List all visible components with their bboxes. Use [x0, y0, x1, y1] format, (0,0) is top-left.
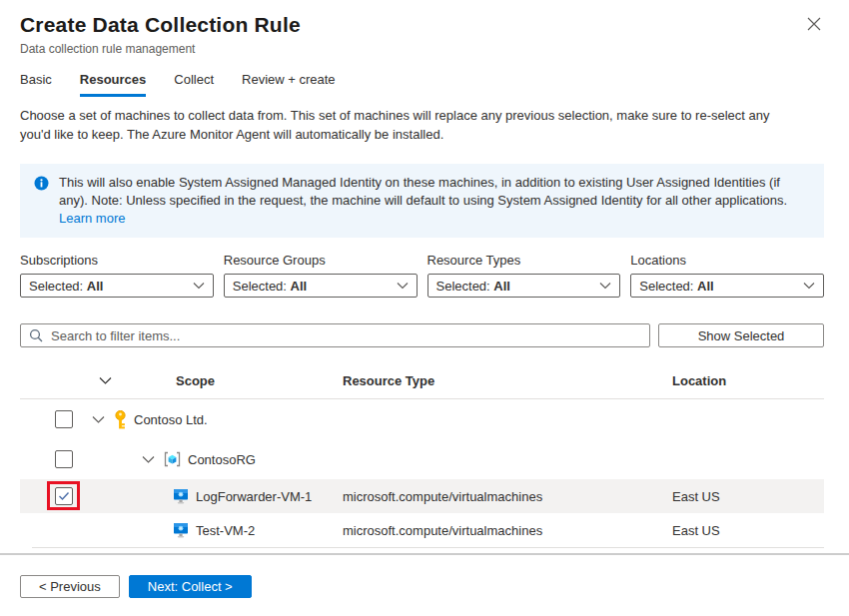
search-box[interactable]: [20, 323, 650, 347]
subscriptions-dropdown[interactable]: Selected: All: [20, 274, 214, 298]
row-resource-type: microsoft.compute/virtualmachines: [343, 489, 672, 504]
tab-resources[interactable]: Resources: [80, 72, 146, 97]
subscription-key-icon: [114, 410, 127, 429]
location-column-header: Location: [672, 373, 824, 388]
subscriptions-filter-label: Subscriptions: [20, 253, 214, 268]
locations-filter-label: Locations: [630, 253, 824, 268]
page-subtitle: Data collection rule management: [20, 42, 824, 56]
page-title: Create Data Collection Rule: [20, 13, 824, 37]
scope-column-header: Scope: [176, 373, 215, 388]
show-selected-button[interactable]: Show Selected: [658, 323, 824, 347]
tab-bar: Basic Resources Collect Review + create: [0, 72, 849, 97]
filter-row: Subscriptions Selected: All Resource Gro…: [0, 253, 849, 298]
search-row: Show Selected: [0, 323, 849, 347]
select-all-chevron-icon[interactable]: [99, 376, 112, 385]
row-label: Contoso Ltd.: [134, 412, 208, 427]
chevron-down-icon: [599, 282, 611, 290]
dialog-footer: < Previous Next: Collect >: [0, 575, 849, 598]
locations-dropdown[interactable]: Selected: All: [630, 274, 824, 298]
row-location: East US: [672, 523, 824, 538]
resource-types-dropdown[interactable]: Selected: All: [427, 274, 621, 298]
table-row-vm-test[interactable]: Test-VM-2 microsoft.compute/virtualmachi…: [20, 513, 824, 547]
tab-description: Choose a set of machines to collect data…: [0, 106, 811, 144]
row-checkbox[interactable]: [55, 410, 73, 428]
checkmark-icon: [58, 491, 70, 501]
resource-type-column-header: Resource Type: [343, 373, 672, 388]
row-checkbox[interactable]: [55, 450, 73, 468]
tab-review-create[interactable]: Review + create: [242, 72, 336, 97]
table-row-subscription[interactable]: Contoso Ltd.: [20, 399, 824, 439]
resource-groups-filter-label: Resource Groups: [224, 253, 418, 268]
row-location: East US: [672, 489, 824, 504]
chevron-down-icon[interactable]: [142, 455, 155, 464]
create-data-collection-rule-dialog: Create Data Collection Rule Data collect…: [0, 0, 849, 616]
info-banner: This will also enable System Assigned Ma…: [20, 164, 824, 238]
close-icon: [807, 17, 821, 31]
tab-basic[interactable]: Basic: [20, 72, 52, 97]
row-label: Test-VM-2: [196, 523, 255, 538]
table-bottom-border: [32, 547, 824, 548]
virtual-machine-icon: [173, 522, 189, 538]
virtual-machine-icon: [173, 488, 189, 504]
chevron-down-icon: [803, 282, 815, 290]
search-input[interactable]: [51, 328, 641, 343]
resources-table: Scope Resource Type Location Contoso Ltd…: [0, 363, 849, 548]
resource-types-filter-label: Resource Types: [427, 253, 621, 268]
chevron-down-icon: [193, 282, 205, 290]
table-row-resource-group[interactable]: ContosoRG: [20, 439, 824, 479]
row-label: ContosoRG: [188, 452, 256, 467]
dialog-header: Create Data Collection Rule Data collect…: [0, 0, 849, 56]
close-button[interactable]: [805, 15, 823, 33]
search-icon: [29, 328, 43, 342]
next-collect-button[interactable]: Next: Collect >: [129, 575, 252, 598]
info-banner-text: This will also enable System Assigned Ma…: [59, 175, 787, 208]
table-row-vm-logforwarder[interactable]: LogForwarder-VM-1 microsoft.compute/virt…: [20, 479, 824, 513]
resource-group-icon: [164, 451, 181, 467]
row-checkbox-checked[interactable]: [55, 487, 73, 505]
resource-groups-dropdown[interactable]: Selected: All: [224, 274, 418, 298]
chevron-down-icon: [397, 282, 409, 290]
info-icon: [34, 176, 49, 228]
table-header: Scope Resource Type Location: [20, 363, 824, 399]
row-resource-type: microsoft.compute/virtualmachines: [343, 523, 672, 538]
tab-collect[interactable]: Collect: [174, 72, 214, 97]
row-label: LogForwarder-VM-1: [196, 489, 312, 504]
learn-more-link[interactable]: Learn more: [59, 210, 125, 228]
footer-divider: [0, 553, 849, 555]
previous-button[interactable]: < Previous: [20, 575, 120, 598]
chevron-down-icon[interactable]: [92, 415, 105, 424]
